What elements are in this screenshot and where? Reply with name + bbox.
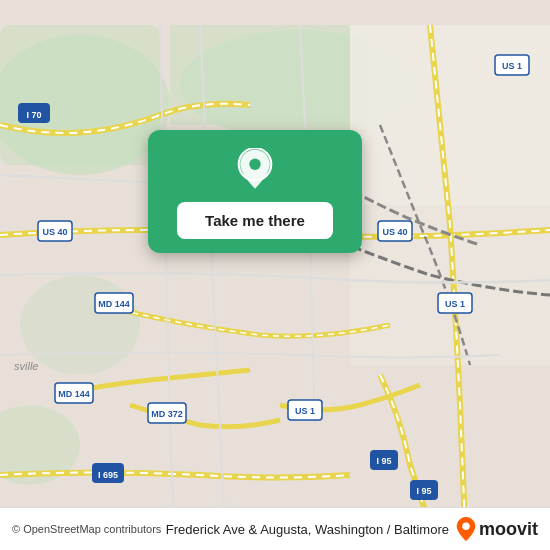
svg-text:I 95: I 95 [376,456,391,466]
svg-rect-2 [0,25,160,165]
map-background: I 70 US 40 US 40 US 1 MD 144 MD 144 MD 3… [0,0,550,550]
svg-text:US 40: US 40 [382,227,407,237]
svg-text:US 1: US 1 [295,406,315,416]
svg-text:US 40: US 40 [42,227,67,237]
location-pin-icon [233,148,277,192]
svg-rect-7 [350,25,550,205]
take-me-there-button[interactable]: Take me there [177,202,333,239]
svg-text:sville: sville [14,360,38,372]
moovit-text: moovit [479,519,538,540]
popup-card: Take me there [148,130,362,253]
svg-text:I 95: I 95 [416,486,431,496]
svg-text:MD 144: MD 144 [58,389,90,399]
svg-text:MD 372: MD 372 [151,409,183,419]
svg-text:I 695: I 695 [98,470,118,480]
location-text: Frederick Ave & Augusta, Washington / Ba… [166,522,449,537]
moovit-logo: moovit [455,516,538,542]
bottom-bar: © OpenStreetMap contributors Frederick A… [0,507,550,550]
location-info: Frederick Ave & Augusta, Washington / Ba… [166,516,538,542]
map-container: I 70 US 40 US 40 US 1 MD 144 MD 144 MD 3… [0,0,550,550]
svg-text:MD 144: MD 144 [98,299,130,309]
svg-point-37 [462,523,469,530]
svg-text:US 1: US 1 [502,61,522,71]
moovit-pin-icon [455,516,477,542]
osm-credit: © OpenStreetMap contributors [12,523,161,535]
svg-text:US 1: US 1 [445,299,465,309]
svg-point-36 [249,159,260,170]
svg-text:I 70: I 70 [26,110,41,120]
